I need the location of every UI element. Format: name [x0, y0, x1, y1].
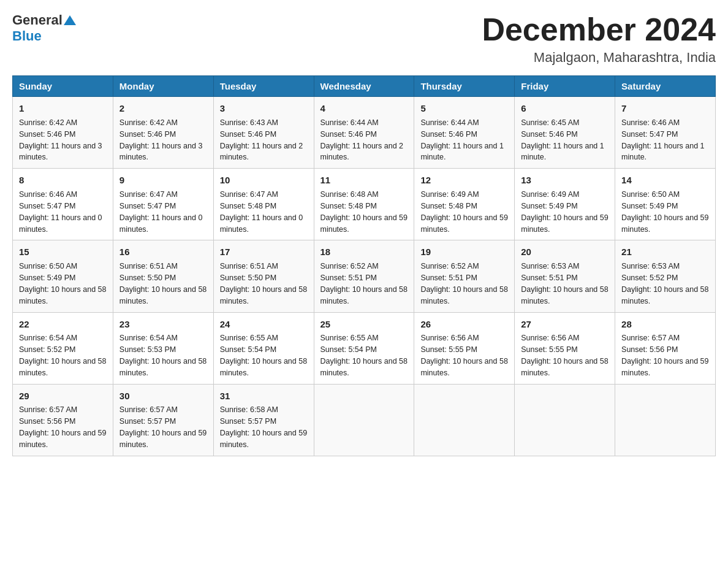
calendar-cell — [515, 384, 615, 456]
day-sunset: Sunset: 5:53 PM — [119, 345, 176, 354]
day-daylight: Daylight: 10 hours and 59 minutes. — [621, 357, 708, 377]
month-title: December 2024 — [482, 12, 716, 47]
day-daylight: Daylight: 10 hours and 58 minutes. — [420, 285, 507, 305]
calendar-cell: 6Sunrise: 6:45 AMSunset: 5:46 PMDaylight… — [515, 97, 615, 169]
calendar-cell: 28Sunrise: 6:57 AMSunset: 5:56 PMDayligh… — [615, 312, 716, 384]
day-number: 8 — [19, 174, 107, 187]
day-number: 10 — [220, 174, 308, 187]
day-sunrise: Sunrise: 6:52 AM — [320, 262, 379, 270]
calendar-cell: 20Sunrise: 6:53 AMSunset: 5:51 PMDayligh… — [515, 240, 615, 312]
calendar-cell — [414, 384, 515, 456]
calendar-cell: 10Sunrise: 6:47 AMSunset: 5:48 PMDayligh… — [213, 169, 314, 240]
day-sunrise: Sunrise: 6:49 AM — [521, 190, 579, 199]
day-number: 7 — [621, 102, 709, 115]
calendar-cell: 16Sunrise: 6:51 AMSunset: 5:50 PMDayligh… — [113, 240, 213, 312]
day-daylight: Daylight: 11 hours and 3 minutes. — [119, 142, 203, 162]
calendar-cell: 15Sunrise: 6:50 AMSunset: 5:49 PMDayligh… — [13, 240, 113, 312]
day-daylight: Daylight: 10 hours and 58 minutes. — [320, 285, 408, 305]
day-sunrise: Sunrise: 6:57 AM — [119, 405, 178, 414]
day-daylight: Daylight: 10 hours and 59 minutes. — [621, 213, 708, 234]
day-daylight: Daylight: 10 hours and 58 minutes. — [621, 285, 708, 305]
day-sunset: Sunset: 5:50 PM — [119, 274, 176, 282]
day-sunset: Sunset: 5:47 PM — [621, 130, 678, 139]
day-sunset: Sunset: 5:50 PM — [220, 274, 276, 282]
day-sunrise: Sunrise: 6:53 AM — [521, 262, 579, 270]
day-sunrise: Sunrise: 6:57 AM — [19, 405, 77, 414]
calendar-cell: 21Sunrise: 6:53 AMSunset: 5:52 PMDayligh… — [615, 240, 716, 312]
day-number: 29 — [19, 389, 107, 403]
day-sunset: Sunset: 5:47 PM — [19, 202, 75, 210]
day-sunrise: Sunrise: 6:46 AM — [19, 190, 77, 199]
day-daylight: Daylight: 10 hours and 58 minutes. — [19, 357, 106, 377]
day-daylight: Daylight: 10 hours and 59 minutes. — [119, 429, 207, 449]
calendar-week-1: 1Sunrise: 6:42 AMSunset: 5:46 PMDaylight… — [13, 97, 716, 169]
day-sunset: Sunset: 5:52 PM — [621, 274, 678, 282]
calendar-cell: 12Sunrise: 6:49 AMSunset: 5:48 PMDayligh… — [414, 169, 515, 240]
day-sunset: Sunset: 5:46 PM — [521, 130, 577, 139]
day-number: 13 — [521, 174, 609, 187]
day-sunset: Sunset: 5:46 PM — [320, 130, 377, 139]
calendar-cell: 24Sunrise: 6:55 AMSunset: 5:54 PMDayligh… — [213, 312, 314, 384]
day-daylight: Daylight: 10 hours and 59 minutes. — [220, 429, 307, 449]
day-number: 11 — [320, 174, 408, 187]
calendar-cell: 7Sunrise: 6:46 AMSunset: 5:47 PMDaylight… — [615, 97, 716, 169]
calendar-cell: 17Sunrise: 6:51 AMSunset: 5:50 PMDayligh… — [213, 240, 314, 312]
day-sunrise: Sunrise: 6:58 AM — [220, 405, 278, 414]
calendar-cell: 9Sunrise: 6:47 AMSunset: 5:47 PMDaylight… — [113, 169, 213, 240]
day-number: 20 — [521, 245, 609, 259]
day-sunrise: Sunrise: 6:56 AM — [420, 334, 479, 342]
title-area: December 2024 Majalgaon, Maharashtra, In… — [482, 12, 716, 66]
logo-triangle-icon — [64, 15, 76, 25]
day-daylight: Daylight: 11 hours and 3 minutes. — [19, 142, 102, 162]
location-title: Majalgaon, Maharashtra, India — [482, 50, 716, 66]
calendar-body: 1Sunrise: 6:42 AMSunset: 5:46 PMDaylight… — [13, 97, 716, 456]
day-sunrise: Sunrise: 6:51 AM — [119, 262, 178, 270]
day-sunrise: Sunrise: 6:47 AM — [119, 190, 178, 199]
day-sunset: Sunset: 5:55 PM — [521, 345, 577, 354]
calendar-cell: 3Sunrise: 6:43 AMSunset: 5:46 PMDaylight… — [213, 97, 314, 169]
day-sunset: Sunset: 5:49 PM — [521, 202, 577, 210]
day-sunrise: Sunrise: 6:44 AM — [420, 118, 479, 127]
day-sunset: Sunset: 5:48 PM — [320, 202, 377, 210]
calendar-cell: 25Sunrise: 6:55 AMSunset: 5:54 PMDayligh… — [314, 312, 414, 384]
calendar-cell — [615, 384, 716, 456]
day-sunset: Sunset: 5:46 PM — [119, 130, 176, 139]
day-sunrise: Sunrise: 6:50 AM — [621, 190, 680, 199]
day-daylight: Daylight: 10 hours and 58 minutes. — [220, 285, 307, 305]
day-number: 3 — [220, 102, 308, 115]
day-daylight: Daylight: 10 hours and 59 minutes. — [320, 213, 408, 234]
calendar-week-2: 8Sunrise: 6:46 AMSunset: 5:47 PMDaylight… — [13, 169, 716, 240]
day-sunrise: Sunrise: 6:42 AM — [19, 118, 77, 127]
header-cell-saturday: Saturday — [615, 76, 716, 97]
calendar-cell: 30Sunrise: 6:57 AMSunset: 5:57 PMDayligh… — [113, 384, 213, 456]
day-sunrise: Sunrise: 6:56 AM — [521, 334, 579, 342]
calendar-cell: 8Sunrise: 6:46 AMSunset: 5:47 PMDaylight… — [13, 169, 113, 240]
day-number: 18 — [320, 245, 408, 259]
logo-blue: Blue — [12, 28, 42, 44]
day-number: 12 — [420, 174, 508, 187]
day-daylight: Daylight: 10 hours and 58 minutes. — [119, 285, 207, 305]
day-daylight: Daylight: 10 hours and 58 minutes. — [19, 285, 106, 305]
day-sunset: Sunset: 5:51 PM — [420, 274, 477, 282]
day-number: 17 — [220, 245, 308, 259]
day-number: 31 — [220, 389, 308, 403]
calendar-cell: 4Sunrise: 6:44 AMSunset: 5:46 PMDaylight… — [314, 97, 414, 169]
day-sunrise: Sunrise: 6:42 AM — [119, 118, 178, 127]
day-number: 5 — [420, 102, 508, 115]
calendar-week-5: 29Sunrise: 6:57 AMSunset: 5:56 PMDayligh… — [13, 384, 716, 456]
calendar-cell: 29Sunrise: 6:57 AMSunset: 5:56 PMDayligh… — [13, 384, 113, 456]
day-daylight: Daylight: 11 hours and 0 minutes. — [119, 213, 203, 234]
header-cell-tuesday: Tuesday — [213, 76, 314, 97]
day-sunrise: Sunrise: 6:51 AM — [220, 262, 278, 270]
day-sunrise: Sunrise: 6:53 AM — [621, 262, 680, 270]
calendar-cell: 26Sunrise: 6:56 AMSunset: 5:55 PMDayligh… — [414, 312, 515, 384]
day-number: 30 — [119, 389, 207, 403]
day-sunrise: Sunrise: 6:43 AM — [220, 118, 278, 127]
day-sunrise: Sunrise: 6:55 AM — [320, 334, 379, 342]
day-sunset: Sunset: 5:57 PM — [119, 417, 176, 426]
day-daylight: Daylight: 11 hours and 0 minutes. — [19, 213, 102, 234]
header-cell-monday: Monday — [113, 76, 213, 97]
day-daylight: Daylight: 10 hours and 58 minutes. — [420, 357, 507, 377]
calendar-header: SundayMondayTuesdayWednesdayThursdayFrid… — [13, 76, 716, 97]
day-number: 21 — [621, 245, 709, 259]
